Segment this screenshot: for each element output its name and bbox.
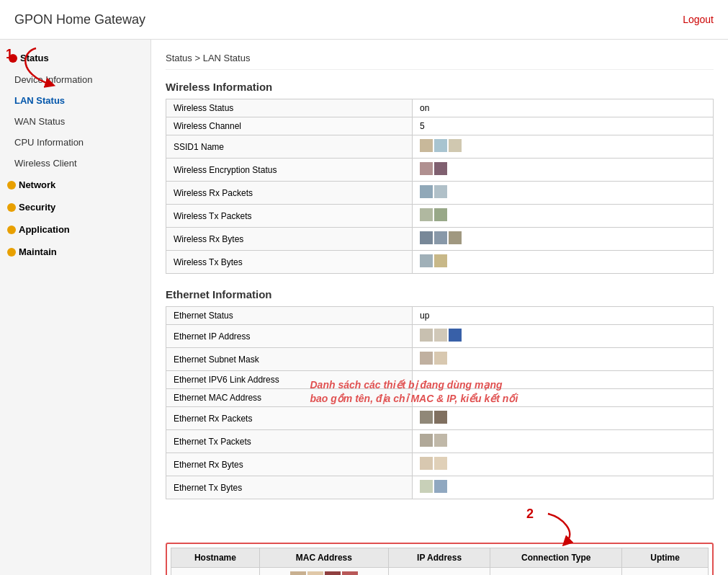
eth-tx-bytes-label: Ethernet Tx Bytes: [166, 476, 413, 499]
pixel: [434, 231, 447, 244]
sidebar-cpu-info[interactable]: CPU Information: [0, 132, 150, 153]
sidebar-maintain-label: Maintain: [19, 246, 57, 257]
pixel: [420, 434, 433, 447]
wireless-tx-pkt-value: [413, 205, 714, 228]
pixel: [434, 434, 447, 447]
pixel-block: [420, 411, 447, 424]
pixel: [290, 571, 306, 575]
ssid1-label: SSID1 Name: [166, 135, 413, 159]
table-row: Ethernet Subnet Mask: [166, 348, 714, 371]
pixel: [449, 231, 462, 244]
pixel: [342, 571, 358, 575]
pixel: [307, 571, 323, 575]
device-1-uptime: 0h:0m:10s: [622, 568, 709, 576]
pixel: [420, 352, 433, 365]
table-row: Ethernet Rx Bytes: [166, 453, 714, 476]
table-row: Wireless Channel 5: [166, 117, 714, 135]
pixel-block: [420, 208, 447, 221]
sidebar-cpu-info-label: CPU Information: [14, 137, 84, 148]
table-row: Wireless Encryption Status: [166, 159, 714, 182]
wireless-table: Wireless Status on Wireless Channel 5 SS…: [166, 99, 714, 274]
pixel-block: [420, 434, 447, 447]
ethernet-table: Ethernet Status up Ethernet IP Address: [166, 306, 714, 499]
badge-1: 1: [6, 47, 13, 62]
pixel: [420, 329, 433, 342]
table-row: Ethernet Status up: [166, 307, 714, 325]
pixel: [434, 162, 447, 175]
table-row: Wireless Rx Packets: [166, 182, 714, 205]
sidebar-lan-status-label: LAN Status: [14, 95, 65, 106]
wireless-rx-pkt-label: Wireless Rx Packets: [166, 182, 413, 205]
table-row: Wireless Status on: [166, 99, 714, 117]
badge-2-area: 2: [166, 514, 714, 535]
header-title: GPON Home Gateway: [14, 12, 145, 27]
arrow-2-icon: [526, 510, 591, 546]
sidebar-security[interactable]: Security: [0, 196, 150, 218]
pixel: [434, 254, 447, 267]
annotation-text: Danh sách các thiết bị đang dùng mạng ba…: [310, 378, 518, 406]
col-type: Connection Type: [490, 548, 622, 568]
devices-container: Hostname MAC Address IP Address Connecti…: [166, 543, 714, 575]
arrow-1-icon: [14, 45, 65, 88]
wireless-rx-bytes-value: [413, 228, 714, 251]
pixel: [434, 457, 447, 470]
devices-table: Hostname MAC Address IP Address Connecti…: [171, 548, 709, 575]
sidebar-network[interactable]: Network: [0, 174, 150, 196]
pixel-block: [420, 254, 447, 267]
eth-mac-value: Danh sách các thiết bị đang dùng mạng ba…: [413, 389, 714, 407]
sidebar-wireless-client[interactable]: Wireless Client: [0, 153, 150, 174]
header: GPON Home Gateway Logout: [0, 0, 728, 40]
logout-button[interactable]: Logout: [683, 14, 714, 25]
wireless-heading: Wireless Information: [166, 81, 714, 93]
layout: 1 Status Device Information LAN Status W…: [0, 40, 728, 575]
col-mac: MAC Address: [259, 548, 388, 568]
eth-rx-bytes-value: [413, 453, 714, 476]
device-1-mac: [259, 568, 388, 576]
wireless-channel-label: Wireless Channel: [166, 117, 413, 135]
eth-tx-bytes-value: [413, 476, 714, 499]
device-1-ip: 192.168.1.12: [388, 568, 490, 576]
pixel: [420, 480, 433, 493]
eth-status-value: up: [413, 307, 714, 325]
wireless-status-value: on: [413, 99, 714, 117]
col-ip: IP Address: [388, 548, 490, 568]
table-row: Wireless Rx Bytes: [166, 228, 714, 251]
pixel: [420, 254, 433, 267]
pixel: [420, 208, 433, 221]
sidebar-wan-status[interactable]: WAN Status: [0, 111, 150, 132]
device-1-type: LAN: [490, 568, 622, 576]
device-1-hostname: Conan: [171, 568, 260, 576]
sidebar-wan-status-label: WAN Status: [14, 116, 65, 127]
sidebar-maintain[interactable]: Maintain: [0, 241, 150, 263]
network-dot-icon: [7, 181, 16, 190]
pixel: [434, 208, 447, 221]
breadcrumb: Status > LAN Status: [166, 47, 714, 70]
pixel: [434, 411, 447, 424]
wireless-tx-bytes-label: Wireless Tx Bytes: [166, 251, 413, 274]
wireless-tx-bytes-value: [413, 251, 714, 274]
pixel-block: [420, 480, 447, 493]
pixel: [434, 185, 447, 198]
pixel-block: [420, 329, 462, 342]
pixel-block: [420, 162, 447, 175]
sidebar-application[interactable]: Application: [0, 218, 150, 241]
table-row: Ethernet MAC Address Danh sách các thiết…: [166, 389, 714, 407]
sidebar-lan-status[interactable]: LAN Status: [0, 90, 150, 111]
wireless-enc-label: Wireless Encryption Status: [166, 159, 413, 182]
pixel: [449, 329, 462, 342]
pixel-block: [420, 231, 462, 244]
table-row: Ethernet Rx Packets: [166, 407, 714, 430]
wireless-tx-pkt-label: Wireless Tx Packets: [166, 205, 413, 228]
eth-status-label: Ethernet Status: [166, 307, 413, 325]
pixel: [420, 231, 433, 244]
pixel: [420, 185, 433, 198]
eth-ip-label: Ethernet IP Address: [166, 325, 413, 348]
eth-rx-bytes-label: Ethernet Rx Bytes: [166, 453, 413, 476]
wireless-rx-pkt-value: [413, 182, 714, 205]
eth-tx-pkt-label: Ethernet Tx Packets: [166, 430, 413, 453]
pixel-block: [420, 457, 447, 470]
eth-tx-pkt-value: [413, 430, 714, 453]
table-row: Ethernet Tx Bytes: [166, 476, 714, 499]
table-row: Wireless Tx Bytes: [166, 251, 714, 274]
wireless-rx-bytes-label: Wireless Rx Bytes: [166, 228, 413, 251]
